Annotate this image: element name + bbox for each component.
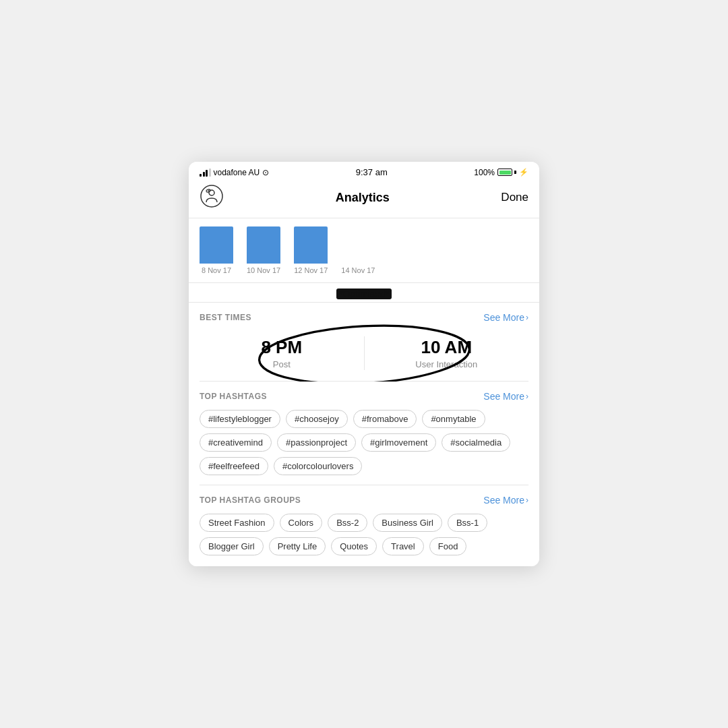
status-bar: vodafone AU ⊙ 9:37 am 100% ⚡ — [189, 162, 539, 180]
hashtag-chip-1[interactable]: #choosejoy — [286, 410, 348, 428]
best-times-header: BEST TIMES See More › — [200, 312, 528, 323]
post-time-value: 8 PM — [200, 337, 364, 358]
group-chips-container: Street Fashion Colors Bss-2 Business Gir… — [200, 514, 528, 555]
carrier-text: vodafone AU — [214, 168, 260, 177]
group-chip-2[interactable]: Bss-2 — [328, 514, 367, 532]
bar-label-0: 8 Nov 17 — [202, 266, 231, 274]
optimized-row: *Optimised* — [189, 283, 539, 303]
best-times-title: BEST TIMES — [200, 313, 251, 322]
battery-icon — [497, 169, 516, 176]
post-time-label: Post — [200, 359, 364, 369]
top-hashtags-section: TOP HASHTAGS See More › #lifestyleblogge… — [189, 382, 539, 485]
interaction-time-block: 10 AM User Interaction — [365, 337, 529, 369]
annotation-container: BEST TIMES See More › 8 PM Post 10 AM Us… — [189, 303, 539, 382]
charging-icon: ⚡ — [519, 168, 528, 177]
hashtag-chip-3[interactable]: #onmytable — [422, 410, 485, 428]
bar-0 — [200, 226, 233, 264]
group-chip-9[interactable]: Food — [429, 537, 467, 555]
group-chip-1[interactable]: Colors — [280, 514, 323, 532]
phone-frame: vodafone AU ⊙ 9:37 am 100% ⚡ — [189, 162, 539, 566]
optimized-text: *Optimised* — [336, 289, 392, 299]
bar-2 — [294, 226, 328, 264]
hashtags-see-more[interactable]: See More › — [483, 391, 528, 402]
hashtag-chips-container: #lifestyleblogger #choosejoy #fromabove … — [200, 410, 528, 485]
done-button[interactable]: Done — [501, 191, 528, 204]
best-times-content: 8 PM Post 10 AM User Interaction — [200, 331, 528, 382]
post-time-block: 8 PM Post — [200, 337, 364, 369]
top-hashtag-groups-section: TOP HASHTAG GROUPS See More › Street Fas… — [189, 485, 539, 566]
interaction-time-value: 10 AM — [365, 337, 529, 358]
battery-percent: 100% — [474, 168, 495, 177]
best-times-section: BEST TIMES See More › 8 PM Post 10 AM Us… — [189, 303, 539, 382]
see-more-chevron-icon: › — [526, 313, 528, 322]
groups-header: TOP HASHTAG GROUPS See More › — [200, 495, 528, 506]
bar-1 — [247, 226, 280, 264]
chart-bars: 8 Nov 17 10 Nov 17 12 Nov 17 14 Nov 17 — [200, 226, 528, 277]
hashtag-chip-7[interactable]: #socialmedia — [442, 433, 510, 452]
group-chip-0[interactable]: Street Fashion — [200, 514, 274, 532]
groups-see-more[interactable]: See More › — [483, 495, 528, 506]
hashtag-chip-4[interactable]: #creativemind — [200, 433, 272, 452]
groups-chevron-icon: › — [526, 495, 528, 505]
groups-title: TOP HASHTAG GROUPS — [200, 495, 301, 505]
nav-bar: Analytics Done — [189, 180, 539, 218]
best-times-see-more[interactable]: See More › — [483, 312, 528, 323]
signal-icon — [200, 169, 211, 177]
group-chip-3[interactable]: Business Girl — [373, 514, 442, 532]
group-chip-6[interactable]: Pretty Life — [269, 537, 326, 555]
group-chip-8[interactable]: Travel — [382, 537, 424, 555]
hashtag-chip-9[interactable]: #colorcolourlovers — [274, 457, 363, 475]
group-chip-7[interactable]: Quotes — [331, 537, 377, 555]
bar-item-1: 10 Nov 17 — [247, 226, 280, 274]
app-logo-icon — [200, 184, 224, 211]
hashtag-chip-2[interactable]: #fromabove — [353, 410, 417, 428]
time-display: 9:37 am — [356, 167, 388, 177]
page-title: Analytics — [336, 191, 390, 205]
chart-section: 8 Nov 17 10 Nov 17 12 Nov 17 14 Nov 17 — [189, 218, 539, 283]
group-chip-5[interactable]: Blogger Girl — [200, 537, 264, 555]
hashtag-chip-5[interactable]: #passionproject — [277, 433, 356, 452]
bar-item-3: 14 Nov 17 — [341, 264, 375, 274]
hashtag-chip-6[interactable]: #girlmovement — [361, 433, 436, 452]
battery-info: 100% ⚡ — [474, 168, 528, 177]
hashtags-title: TOP HASHTAGS — [200, 392, 267, 401]
group-chip-4[interactable]: Bss-1 — [448, 514, 487, 532]
hashtags-chevron-icon: › — [526, 392, 528, 401]
interaction-time-label: User Interaction — [365, 359, 529, 369]
hashtags-header: TOP HASHTAGS See More › — [200, 391, 528, 402]
wifi-icon: ⊙ — [262, 168, 269, 177]
bar-item-0: 8 Nov 17 — [200, 226, 233, 274]
hashtag-chip-0[interactable]: #lifestyleblogger — [200, 410, 280, 428]
hashtag-chip-8[interactable]: #feelfreefeed — [200, 457, 268, 475]
bar-item-2: 12 Nov 17 — [294, 226, 328, 274]
carrier-info: vodafone AU ⊙ — [200, 168, 269, 177]
bar-label-1: 10 Nov 17 — [247, 266, 280, 274]
bar-label-2: 12 Nov 17 — [294, 266, 328, 274]
svg-point-0 — [201, 185, 222, 207]
bar-label-3: 14 Nov 17 — [341, 266, 375, 274]
